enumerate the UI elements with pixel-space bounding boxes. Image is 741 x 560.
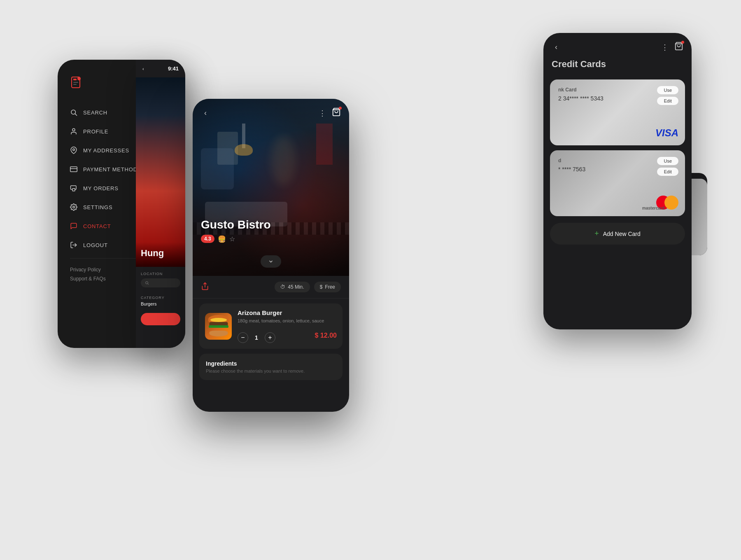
svg-line-15 bbox=[148, 284, 149, 285]
mastercard-text: mastercard bbox=[642, 206, 664, 210]
food-image bbox=[205, 313, 232, 340]
svg-point-7 bbox=[72, 128, 75, 131]
sidebar-item-addresses-label: MY ADDRESSES bbox=[83, 147, 129, 154]
chevron-down-icon bbox=[268, 259, 274, 264]
delivery-fee-chip: $ Free bbox=[314, 282, 341, 292]
food-info: Arizona Burger 180g meat, tomatoes, onio… bbox=[238, 309, 337, 343]
credit-card-icon bbox=[70, 166, 77, 173]
svg-line-6 bbox=[75, 114, 77, 115]
log-out-icon bbox=[70, 241, 77, 249]
add-card-plus-icon: + bbox=[594, 229, 599, 238]
ingredients-title: Ingredients bbox=[206, 360, 336, 367]
credit-card-2: d * **** 7563 Use Edit mastercard bbox=[550, 150, 685, 216]
panel-category-value: Burgers bbox=[141, 301, 180, 306]
panel-time: 9:41 bbox=[168, 65, 179, 72]
cart-icon[interactable] bbox=[332, 107, 341, 119]
collapse-button[interactable] bbox=[261, 255, 281, 268]
logo-icon bbox=[70, 76, 83, 89]
add-card-label: Add New Card bbox=[603, 231, 641, 237]
rating-badge: 4.3 bbox=[201, 235, 214, 243]
card-2-edit-button[interactable]: Edit bbox=[657, 168, 678, 176]
svg-rect-4 bbox=[73, 84, 77, 85]
phone-left-panel: ‹ 9:41 Hung LOCATION CATEGORY Burgers bbox=[136, 60, 185, 348]
phone-right: ‹ ⋮ Credit Cards nk Card 2 34**** **** 5… bbox=[543, 33, 692, 329]
credit-cart-icon[interactable] bbox=[674, 42, 683, 53]
panel-category: CATEGORY Burgers bbox=[136, 292, 185, 310]
panel-search-button[interactable] bbox=[141, 313, 180, 325]
star-icon: ☆ bbox=[229, 235, 235, 243]
panel-search-bar[interactable] bbox=[141, 278, 180, 287]
restaurant-hero: ‹ ⋮ Gusto Bistro 4.3 🍔 ☆ bbox=[193, 99, 349, 276]
more-options-icon[interactable]: ⋮ bbox=[319, 109, 326, 118]
restaurant-info-bar: ⏱ 45 Min. $ Free bbox=[193, 276, 349, 299]
share-icon[interactable] bbox=[201, 282, 209, 292]
credit-more-options-icon[interactable]: ⋮ bbox=[661, 43, 669, 52]
panel-hungry-text: Hung bbox=[141, 248, 164, 259]
panel-category-label: CATEGORY bbox=[141, 296, 180, 300]
panel-location: LOCATION bbox=[136, 267, 185, 292]
svg-point-2 bbox=[77, 77, 81, 80]
burger-icon: 🍔 bbox=[218, 235, 226, 243]
add-new-card-button[interactable]: + Add New Card bbox=[550, 223, 685, 245]
food-name: Arizona Burger bbox=[238, 309, 337, 316]
map-pin-icon bbox=[70, 147, 77, 154]
user-icon bbox=[70, 128, 77, 135]
card-2-use-button[interactable]: Use bbox=[657, 157, 678, 165]
settings-icon bbox=[70, 203, 77, 211]
increase-quantity-button[interactable]: + bbox=[265, 332, 275, 343]
card-2-actions: Use Edit bbox=[657, 157, 678, 176]
sidebar-item-payment-label: PAYMENT METHODS bbox=[83, 166, 141, 173]
card-1-actions: Use Edit bbox=[657, 86, 678, 105]
food-price: $ 12.00 bbox=[315, 332, 337, 339]
panel-location-label: LOCATION bbox=[141, 272, 180, 276]
quantity-display: 1 bbox=[252, 334, 261, 341]
restaurant-name-section: Gusto Bistro 4.3 🍔 ☆ bbox=[201, 218, 271, 243]
delivery-fee-label: Free bbox=[325, 284, 335, 290]
svg-point-14 bbox=[146, 282, 148, 284]
svg-point-12 bbox=[73, 206, 75, 208]
decrease-quantity-button[interactable]: − bbox=[238, 332, 248, 343]
visa-logo: VISA bbox=[655, 127, 678, 139]
delivery-time-chip: ⏱ 45 Min. bbox=[275, 282, 310, 292]
sidebar-item-settings-label: SETTINGS bbox=[83, 204, 112, 210]
credit-top-bar: ‹ ⋮ bbox=[543, 33, 692, 57]
svg-point-8 bbox=[73, 149, 75, 151]
credit-top-actions: ⋮ bbox=[661, 42, 683, 53]
restaurant-top-actions: ⋮ bbox=[319, 107, 341, 119]
svg-rect-11 bbox=[72, 189, 75, 191]
restaurant-back-button[interactable]: ‹ bbox=[201, 107, 210, 119]
sidebar-item-profile-label: PROFILE bbox=[83, 128, 108, 135]
panel-top-bar: ‹ 9:41 bbox=[136, 60, 185, 77]
food-quantity-controls: − 1 + bbox=[238, 332, 275, 343]
restaurant-rating: 4.3 🍔 ☆ bbox=[201, 235, 271, 243]
food-description: 180g meat, tomatoes, onion, lettuce, sau… bbox=[238, 318, 337, 324]
package-icon bbox=[70, 184, 77, 192]
card-1-use-button[interactable]: Use bbox=[657, 86, 678, 94]
phone-center: ‹ ⋮ Gusto Bistro 4.3 🍔 ☆ bbox=[193, 99, 349, 412]
food-card: Arizona Burger 180g meat, tomatoes, onio… bbox=[199, 303, 343, 349]
credit-card-1: nk Card 2 34**** **** 5343 Use Edit VISA bbox=[550, 79, 685, 145]
clock-icon: ⏱ bbox=[280, 284, 285, 290]
sidebar-item-logout-label: LOGOUT bbox=[83, 242, 108, 248]
panel-image: Hung bbox=[136, 77, 185, 267]
ingredients-subtitle: Please choose the materials you want to … bbox=[206, 369, 336, 373]
info-chips: ⏱ 45 Min. $ Free bbox=[275, 282, 341, 292]
delivery-time-label: 45 Min. bbox=[288, 284, 304, 290]
panel-back-icon[interactable]: ‹ bbox=[142, 66, 144, 71]
svg-rect-9 bbox=[70, 167, 77, 172]
svg-rect-3 bbox=[73, 82, 78, 83]
mastercard-circle-right bbox=[664, 196, 678, 210]
credit-back-button[interactable]: ‹ bbox=[552, 41, 561, 53]
sidebar-item-search-label: SEARCH bbox=[83, 110, 107, 116]
sidebar-item-orders-label: MY ORDERS bbox=[83, 185, 119, 191]
search-icon bbox=[70, 109, 77, 116]
restaurant-name: Gusto Bistro bbox=[201, 218, 271, 231]
sidebar-item-contact-label: CONTACT bbox=[83, 223, 111, 229]
dollar-icon: $ bbox=[320, 284, 323, 290]
message-square-icon bbox=[70, 222, 77, 230]
ingredients-section: Ingredients Please choose the materials … bbox=[199, 354, 343, 380]
svg-rect-1 bbox=[73, 79, 77, 80]
card-1-edit-button[interactable]: Edit bbox=[657, 97, 678, 105]
credit-cards-title: Credit Cards bbox=[543, 57, 692, 76]
panel-search-icon bbox=[145, 281, 149, 285]
